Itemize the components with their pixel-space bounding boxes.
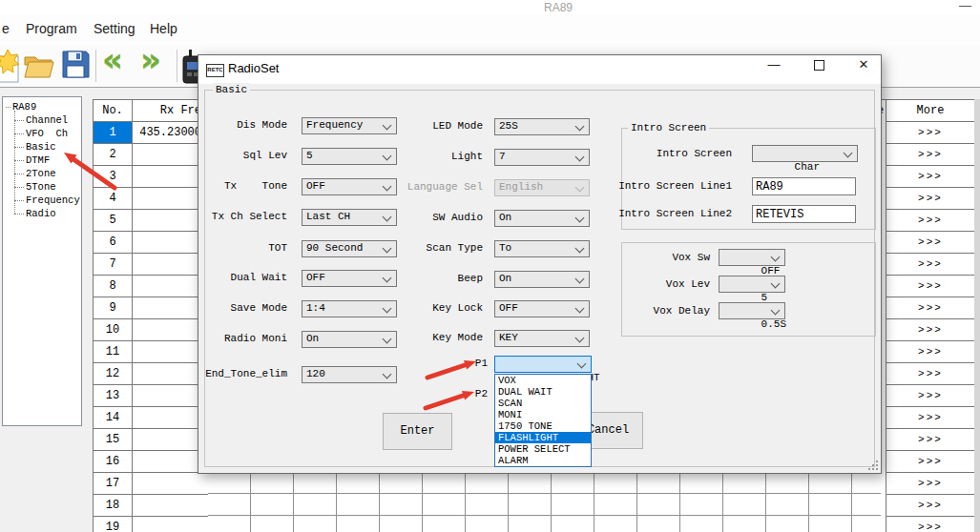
row-number-cell[interactable]: 18 — [94, 495, 133, 517]
more-button[interactable]: >>> — [886, 254, 975, 276]
table-row[interactable]: 11 — [94, 341, 210, 363]
vox-delay-combobox[interactable]: 0.5S — [719, 302, 785, 319]
light-combobox[interactable]: 7 — [494, 149, 590, 166]
menu-item-e[interactable]: e — [2, 21, 10, 36]
rx-fre-cell[interactable] — [133, 495, 210, 517]
radio-moni-combobox[interactable]: On — [302, 331, 397, 348]
tree-item-5tone[interactable]: 5Tone — [14, 180, 81, 194]
vox-sw-combobox[interactable]: OFF — [719, 249, 785, 266]
more-button[interactable]: >>> — [886, 473, 975, 495]
table-row[interactable]: 16 — [94, 451, 210, 473]
intro-screen-combobox[interactable]: Char — [752, 145, 858, 162]
more-button[interactable]: >>> — [886, 122, 975, 144]
row-number-cell[interactable]: 14 — [94, 407, 133, 429]
more-button[interactable]: >>> — [886, 495, 975, 517]
row-number-cell[interactable]: 3 — [94, 166, 133, 188]
row-number-cell[interactable]: 13 — [94, 385, 133, 407]
row-number-cell[interactable]: 19 — [94, 517, 133, 532]
sw-audio-combobox[interactable]: On — [494, 210, 590, 227]
scan-type-combobox[interactable]: To — [494, 240, 590, 257]
table-row[interactable]: 8 — [94, 276, 210, 297]
table-row[interactable]: 1435.23000 — [94, 122, 210, 144]
table-row[interactable]: 5 — [94, 210, 210, 232]
key-lock-combobox[interactable]: OFF — [494, 300, 590, 317]
table-row[interactable]: 17 — [94, 473, 210, 495]
more-button[interactable]: >>> — [886, 297, 975, 319]
sql-lev-combobox[interactable]: 5 — [302, 148, 397, 165]
intro-line1-input[interactable] — [752, 177, 856, 195]
row-number-cell[interactable]: 12 — [94, 363, 133, 385]
tree-item-dtmf[interactable]: DTMF — [14, 153, 81, 167]
open-folder-icon[interactable] — [23, 49, 55, 81]
table-row[interactable]: 3 — [94, 166, 210, 188]
table-row[interactable]: 18 — [94, 495, 210, 517]
dialog-minimize-button[interactable]: — — [758, 57, 790, 82]
tree-item-2tone[interactable]: 2Tone — [14, 167, 81, 180]
table-row[interactable]: 4 — [94, 188, 210, 210]
more-button[interactable]: >>> — [886, 341, 975, 363]
dropdown-option-moni[interactable]: MONI — [495, 409, 591, 420]
more-button[interactable]: >>> — [886, 407, 975, 429]
more-button[interactable]: >>> — [886, 319, 975, 341]
more-button[interactable]: >>> — [886, 232, 975, 254]
row-number-cell[interactable]: 9 — [94, 297, 133, 319]
vertical-scrollbar[interactable] — [974, 99, 980, 532]
more-button[interactable]: >>> — [886, 276, 975, 297]
tree-item-frequency[interactable]: Frequency — [14, 194, 81, 207]
beep-combobox[interactable]: On — [494, 271, 590, 288]
more-button[interactable]: >>> — [886, 517, 975, 532]
table-row[interactable]: 6 — [94, 232, 210, 254]
save-mode-combobox[interactable]: 1:4 — [302, 300, 397, 317]
more-button[interactable]: >>> — [886, 429, 975, 451]
dialog-maximize-button[interactable] — [803, 57, 835, 82]
more-button[interactable]: >>> — [886, 144, 975, 166]
dropdown-option-vox[interactable]: VOX — [495, 375, 591, 386]
tree-item-basic[interactable]: Basic — [14, 140, 81, 153]
more-button[interactable]: >>> — [886, 210, 975, 232]
key-mode-combobox[interactable]: KEY — [494, 330, 590, 347]
tx-tone-combobox[interactable]: OFF — [302, 178, 397, 195]
table-row[interactable]: 15 — [94, 429, 210, 451]
row-number-cell[interactable]: 5 — [94, 210, 133, 232]
tx-ch-select-combobox[interactable]: Last CH — [302, 209, 397, 226]
new-file-icon[interactable] — [0, 49, 22, 84]
more-button[interactable]: >>> — [886, 385, 975, 407]
menu-item-help[interactable]: Help — [150, 21, 177, 36]
row-number-cell[interactable]: 8 — [94, 276, 133, 297]
more-button[interactable]: >>> — [886, 166, 975, 188]
dialog-resize-grip[interactable] — [867, 460, 879, 471]
row-number-cell[interactable]: 1 — [94, 122, 133, 144]
led-mode-combobox[interactable]: 25S — [494, 118, 590, 135]
window-minimize-button[interactable]: — — [959, 0, 971, 12]
table-row[interactable]: 9 — [94, 297, 210, 319]
table-row[interactable]: 7 — [94, 254, 210, 276]
dropdown-option-dual-wait[interactable]: DUAL WAIT — [495, 386, 591, 398]
more-button[interactable]: >>> — [886, 188, 975, 210]
table-row[interactable]: 14 — [94, 407, 210, 429]
row-number-cell[interactable]: 4 — [94, 188, 133, 210]
end-tone-elim-combobox[interactable]: 120 — [302, 366, 397, 383]
nav-back-icon[interactable]: « — [102, 40, 123, 78]
rx-fre-cell[interactable] — [133, 517, 210, 532]
table-row[interactable]: 10 — [94, 319, 210, 341]
save-icon[interactable] — [60, 49, 91, 80]
intro-line2-input[interactable] — [752, 205, 856, 223]
row-number-cell[interactable]: 2 — [94, 144, 133, 166]
row-number-cell[interactable]: 17 — [94, 473, 133, 495]
table-row[interactable]: 12 — [94, 363, 210, 385]
rx-fre-cell[interactable] — [133, 473, 210, 495]
menu-item-setting[interactable]: Setting — [94, 21, 136, 36]
more-button[interactable]: >>> — [886, 451, 975, 473]
row-number-cell[interactable]: 6 — [94, 232, 133, 254]
tree-root-ra89[interactable]: RA89 — [6, 100, 81, 113]
dropdown-option-1750-tone[interactable]: 1750 TONE — [495, 420, 591, 432]
dis-mode-combobox[interactable]: Frequency — [302, 117, 397, 134]
tree-item-radio[interactable]: Radio — [14, 207, 81, 220]
row-number-cell[interactable]: 11 — [94, 341, 133, 363]
more-button[interactable]: >>> — [886, 363, 975, 385]
p1-combobox[interactable]: FLASHLIGHT — [494, 356, 592, 373]
dropdown-option-alarm[interactable]: ALARM — [495, 455, 591, 466]
tree-item-channel[interactable]: Channel — [14, 113, 81, 127]
row-number-cell[interactable]: 16 — [94, 451, 133, 473]
dropdown-option-power-select[interactable]: POWER SELECT — [495, 443, 591, 455]
